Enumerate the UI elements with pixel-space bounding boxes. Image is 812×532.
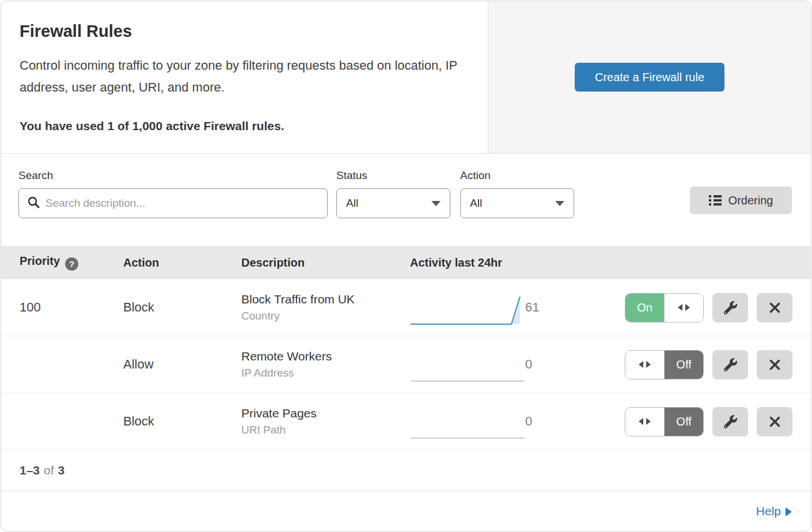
help-bar: Help — [1, 491, 811, 531]
toggle-handle-icon — [625, 351, 665, 379]
rule-enabled-toggle[interactable]: Off — [625, 350, 704, 379]
priority-cell: 100 — [20, 300, 123, 315]
edit-rule-button[interactable] — [712, 293, 748, 322]
ordering-button[interactable]: Ordering — [690, 187, 792, 214]
row-controls: Off — [577, 407, 792, 436]
chevron-down-icon — [555, 201, 564, 206]
close-icon — [769, 359, 780, 370]
rule-type: Country — [241, 310, 410, 322]
pagination-of: of — [44, 463, 54, 477]
arrow-right-icon — [786, 507, 792, 516]
pagination-range: 1–3 — [20, 463, 40, 477]
table-row: 100 Block Block Traffic from UK Country … — [1, 279, 811, 336]
firewall-rules-panel: Firewall Rules Control incoming traffic … — [1, 1, 811, 531]
rule-description: Private Pages — [241, 406, 410, 420]
column-header-priority: Priority? — [20, 254, 123, 271]
edit-rule-button[interactable] — [712, 407, 748, 436]
search-icon — [27, 196, 40, 211]
toggle-on-label: On — [625, 294, 664, 322]
delete-rule-button[interactable] — [757, 293, 792, 322]
status-select[interactable]: All — [336, 188, 450, 218]
ordered-list-icon — [709, 195, 722, 206]
close-icon — [769, 416, 780, 427]
activity-count: 61 — [525, 300, 577, 315]
table-row: Allow Remote Workers IP Address 0 Off — [1, 336, 811, 393]
row-controls: Off — [577, 350, 792, 379]
search-label: Search — [18, 169, 328, 182]
action-cell: Block — [123, 414, 241, 429]
action-cell: Allow — [123, 357, 241, 372]
action-label: Action — [460, 169, 574, 182]
ordering-button-label: Ordering — [728, 194, 773, 207]
pagination-bar: 1–3 of 3 — [1, 450, 811, 491]
rule-type: URI Path — [241, 424, 410, 436]
header-action-panel: Create a Firewall rule — [488, 1, 811, 153]
toggle-handle-icon — [625, 408, 665, 436]
column-header-action: Action — [123, 256, 241, 269]
help-link[interactable]: Help — [756, 504, 792, 518]
rule-enabled-toggle[interactable]: Off — [625, 407, 704, 436]
wrench-icon — [724, 301, 737, 314]
status-label: Status — [336, 169, 450, 182]
activity-count: 0 — [525, 414, 577, 429]
description-cell: Block Traffic from UK Country — [241, 292, 410, 322]
toggle-off-label: Off — [665, 351, 703, 379]
rule-description: Block Traffic from UK — [241, 292, 410, 306]
delete-rule-button[interactable] — [757, 407, 792, 436]
action-select[interactable]: All — [460, 188, 574, 218]
priority-help-icon[interactable]: ? — [65, 257, 78, 271]
action-filter-group: Action All — [460, 169, 574, 218]
column-header-description: Description — [241, 256, 410, 269]
table-header: Priority? Action Description Activity la… — [1, 246, 811, 279]
usage-note: You have used 1 of 1,000 active Firewall… — [20, 119, 469, 133]
table-row: Block Private Pages URI Path 0 Off — [1, 393, 811, 450]
rule-type: IP Address — [241, 367, 410, 379]
search-box — [18, 188, 328, 218]
rule-description: Remote Workers — [241, 349, 410, 363]
search-input[interactable] — [45, 197, 319, 210]
activity-sparkline — [410, 285, 525, 330]
search-group: Search — [18, 169, 328, 218]
activity-sparkline — [410, 342, 525, 387]
help-link-label: Help — [756, 504, 781, 518]
column-header-activity: Activity last 24hr — [410, 256, 792, 269]
header-text-block: Firewall Rules Control incoming traffic … — [1, 1, 488, 153]
activity-count: 0 — [525, 357, 577, 372]
status-filter-group: Status All — [336, 169, 450, 218]
wrench-icon — [724, 415, 737, 428]
chevron-down-icon — [431, 201, 441, 206]
toggle-off-label: Off — [665, 408, 703, 436]
delete-rule-button[interactable] — [757, 350, 792, 379]
rule-enabled-toggle[interactable]: On — [625, 293, 704, 322]
activity-sparkline — [410, 399, 525, 444]
page-description: Control incoming traffic to your zone by… — [20, 55, 466, 98]
description-cell: Remote Workers IP Address — [241, 349, 410, 379]
header-section: Firewall Rules Control incoming traffic … — [1, 1, 811, 154]
action-selected-value: All — [470, 197, 482, 210]
row-controls: On — [577, 293, 792, 322]
status-selected-value: All — [346, 197, 358, 210]
wrench-icon — [724, 358, 737, 371]
create-firewall-rule-button[interactable]: Create a Firewall rule — [575, 63, 724, 92]
edit-rule-button[interactable] — [712, 350, 748, 379]
pagination-total: 3 — [58, 463, 65, 477]
toggle-handle-icon — [664, 294, 703, 322]
close-icon — [769, 302, 780, 313]
filter-bar: Search Status All Action All — [1, 154, 811, 246]
action-cell: Block — [123, 300, 241, 315]
page-title: Firewall Rules — [20, 22, 469, 41]
description-cell: Private Pages URI Path — [241, 406, 410, 436]
